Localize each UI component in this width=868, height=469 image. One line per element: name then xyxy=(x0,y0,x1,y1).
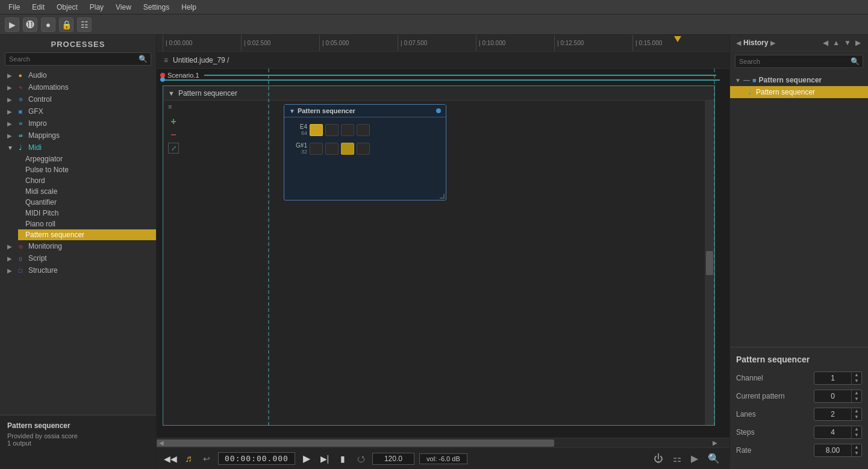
prop-down-current-pattern[interactable]: ▼ xyxy=(852,396,861,402)
nav-left-btn[interactable]: ◀ xyxy=(822,39,829,47)
zoom-controls: + − ⤢ xyxy=(168,116,179,154)
menu-bar: File Edit Object Play View Settings Help xyxy=(0,0,868,14)
right-search-input[interactable] xyxy=(735,55,863,68)
sidebar-item-arpeggiator[interactable]: Arpeggiator xyxy=(18,154,156,164)
cell-gs1-1[interactable] xyxy=(310,143,323,155)
block-scrollbar[interactable] xyxy=(705,101,714,425)
volume-display: vol: -6.0 dB xyxy=(419,453,467,464)
sidebar-item-impro[interactable]: ▶ ≋ Impro xyxy=(0,117,156,129)
sidebar-item-script[interactable]: ▶ {} Script xyxy=(0,252,156,264)
sidebar-item-monitoring[interactable]: ▶ ◎ Monitoring xyxy=(0,240,156,252)
scroll-right-btn[interactable]: ▶ xyxy=(710,438,720,447)
prop-up-channel[interactable]: ▲ xyxy=(852,372,861,378)
search-icon[interactable]: 🔍 xyxy=(705,453,722,464)
cell-e4-3[interactable] xyxy=(341,124,354,136)
sidebar-item-midi[interactable]: ▼ ♩ Midi xyxy=(0,141,156,154)
right-header-arrow-left[interactable]: ◀ xyxy=(736,39,741,47)
prop-control-current-pattern[interactable]: 0 ▲ ▼ xyxy=(814,390,862,403)
resize-handle[interactable] xyxy=(440,194,445,199)
prop-up-lanes[interactable]: ▲ xyxy=(852,408,861,414)
add-tool[interactable]: ⓫ xyxy=(23,17,37,32)
prop-control-channel[interactable]: 1 ▲ ▼ xyxy=(814,371,862,385)
menu-object[interactable]: Object xyxy=(51,2,84,13)
toolbar: ▶ ⓫ ● 🔒 ☷ xyxy=(0,14,868,35)
sidebar-item-chord[interactable]: Chord xyxy=(18,175,156,186)
go-start-btn[interactable]: ◀◀ xyxy=(164,452,177,465)
prop-control-lanes[interactable]: 2 ▲ ▼ xyxy=(814,408,862,421)
cell-gs1-4[interactable] xyxy=(357,143,370,155)
prop-up-steps[interactable]: ▲ xyxy=(852,426,861,432)
power-icon[interactable]: ⏻ xyxy=(651,453,666,464)
sidebar-item-mappings[interactable]: ▶ ⇄ Mappings xyxy=(0,129,156,141)
fit-btn[interactable]: ⤢ xyxy=(168,143,179,154)
mixer-icon[interactable]: ⚏ xyxy=(670,453,684,464)
prop-control-rate[interactable]: 8.00 ▲ ▼ xyxy=(814,444,862,457)
return-btn[interactable]: ⭯ xyxy=(354,452,367,465)
loop-icon[interactable]: ↩ xyxy=(200,452,213,465)
nav-up-btn[interactable]: ▲ xyxy=(831,39,841,47)
prop-row-current-pattern: Current pattern 0 ▲ ▼ xyxy=(736,390,862,403)
collapse-arrow[interactable]: ▼ xyxy=(168,90,175,97)
nav-right-btn[interactable]: ▶ xyxy=(854,39,862,47)
prop-down-rate[interactable]: ▼ xyxy=(852,450,861,456)
cell-gs1-3[interactable] xyxy=(341,143,354,155)
right-tree-pattern-sequencer-child[interactable]: ♩ Pattern sequencer xyxy=(730,86,868,98)
ruler-mark-6: | 0:15.000 xyxy=(632,35,711,51)
sidebar-search-input[interactable] xyxy=(5,52,151,66)
prop-up-rate[interactable]: ▲ xyxy=(852,444,861,450)
tempo-input[interactable] xyxy=(372,453,414,465)
prop-arrows-channel: ▲ ▼ xyxy=(851,372,861,384)
node-collapse[interactable]: ▼ xyxy=(289,108,295,114)
zoom-in-btn[interactable]: + xyxy=(168,116,179,127)
sidebar-item-gfx[interactable]: ▶ ▣ GFX xyxy=(0,105,156,117)
cell-e4-2[interactable] xyxy=(325,124,339,136)
sidebar-item-structure[interactable]: ▶ ▢ Structure xyxy=(0,264,156,276)
sidebar-item-midi-scale[interactable]: Midi scale xyxy=(18,186,156,197)
prop-up-current-pattern[interactable]: ▲ xyxy=(852,390,861,396)
right-header-arrow-right[interactable]: ▶ xyxy=(770,39,775,47)
canvas-area[interactable]: Scenario.1 ▼ Pattern sequencer ≡ + xyxy=(157,69,729,438)
menu-settings[interactable]: Settings xyxy=(137,2,175,13)
play-btn[interactable]: ▶ xyxy=(300,452,313,465)
cell-e4-1[interactable] xyxy=(310,124,323,136)
layout-tool[interactable]: ☷ xyxy=(77,17,92,32)
menu-help[interactable]: Help xyxy=(175,2,202,13)
prop-value-channel: 1 xyxy=(814,374,851,382)
track-dot xyxy=(160,77,165,82)
playhead-marker[interactable] xyxy=(674,36,681,42)
cell-gs1-2[interactable] xyxy=(325,143,339,155)
note-row-gs1: G#1 32 xyxy=(289,142,441,155)
menu-file[interactable]: File xyxy=(2,2,26,13)
sidebar-item-piano-roll[interactable]: Piano roll xyxy=(18,219,156,229)
sidebar-item-pattern-sequencer[interactable]: Pattern sequencer xyxy=(18,229,156,240)
stop-btn[interactable]: ▮ xyxy=(336,452,349,465)
pointer-tool[interactable]: ▶ xyxy=(5,17,19,32)
sidebar-item-automations[interactable]: ▶ ∿ Automations xyxy=(0,81,156,93)
cell-e4-4[interactable] xyxy=(357,124,370,136)
sidebar-item-midi-pitch[interactable]: MIDI Pitch xyxy=(18,208,156,219)
sidebar-item-audio[interactable]: ▶ ■ Audio xyxy=(0,69,156,81)
play-to-btn[interactable]: ▶| xyxy=(318,452,331,465)
prop-control-steps[interactable]: 4 ▲ ▼ xyxy=(814,426,862,439)
right-tree-pattern-sequencer-parent[interactable]: ▼ — ■ Pattern sequencer xyxy=(730,74,868,86)
pattern-block-title: Pattern sequencer xyxy=(178,89,237,98)
sidebar-item-pulse-to-note[interactable]: Pulse to Note xyxy=(18,164,156,175)
menu-play[interactable]: Play xyxy=(84,2,110,13)
prop-down-lanes[interactable]: ▼ xyxy=(852,414,861,420)
nav-down-btn[interactable]: ▼ xyxy=(843,39,852,47)
prop-down-steps[interactable]: ▼ xyxy=(852,432,861,438)
prop-arrows-current-pattern: ▲ ▼ xyxy=(851,390,861,402)
menu-view[interactable]: View xyxy=(110,2,137,13)
menu-edit[interactable]: Edit xyxy=(26,2,51,13)
transport-time: 00:00:00.000 xyxy=(218,452,295,465)
sidebar-item-control[interactable]: ▶ ⚙ Control xyxy=(0,93,156,105)
midi-children: Arpeggiator Pulse to Note Chord Midi sca… xyxy=(0,154,156,240)
zoom-out-btn[interactable]: − xyxy=(168,129,179,140)
lock-tool[interactable]: 🔒 xyxy=(59,17,73,32)
prop-down-channel[interactable]: ▼ xyxy=(852,378,861,384)
bottom-scrollbar[interactable]: ◀ ▶ xyxy=(157,438,729,447)
output-icon[interactable]: ▶ xyxy=(688,453,701,464)
scroll-left-btn[interactable]: ◀ xyxy=(157,438,166,447)
sidebar-item-quantifier[interactable]: Quantifier xyxy=(18,197,156,208)
record-tool[interactable]: ● xyxy=(41,17,55,32)
